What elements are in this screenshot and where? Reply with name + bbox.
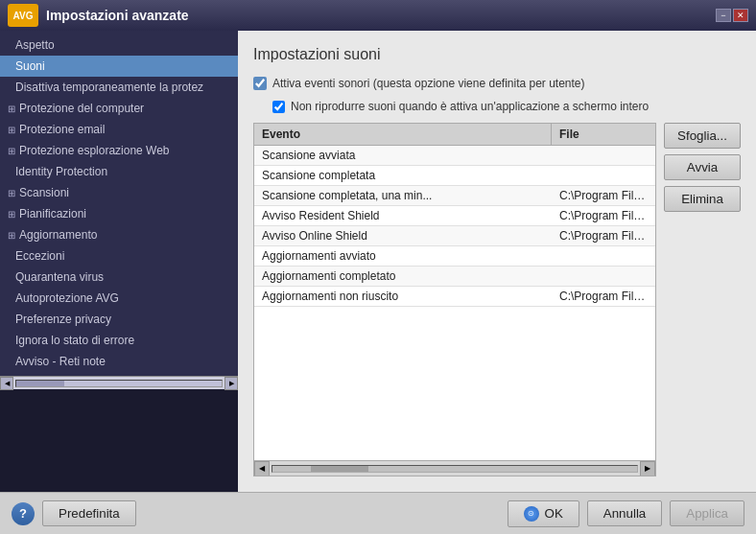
sidebar-wrapper: AspettoSuoniDisattiva temporaneamente la…	[0, 31, 238, 492]
bottom-bar: ? Predefinita ⊙ OK Annulla Applica	[0, 492, 756, 534]
table-row[interactable]: Aggiornamenti completato	[254, 267, 655, 287]
checkbox-label-2: Non riprodurre suoni quando è attiva un'…	[291, 100, 649, 113]
cell-evento-2: Scansione completata, una min...	[254, 186, 552, 205]
sidebar-label-protezione-computer: Protezione del computer	[19, 102, 144, 115]
sidebar-label-aspetto: Aspetto	[15, 38, 55, 52]
cell-evento-1: Scansione completata	[254, 166, 552, 185]
elimina-button[interactable]: Elimina	[664, 186, 741, 212]
title-bar-controls: − ✕	[716, 9, 748, 22]
cell-evento-4: Avviso Online Shield	[254, 226, 552, 245]
sfoglia-button[interactable]: Sfoglia...	[664, 123, 741, 149]
table-row[interactable]: Avviso Online ShieldC:\Program Files\AVG…	[254, 226, 655, 246]
hscroll-track[interactable]	[272, 465, 638, 473]
cell-file-6	[552, 267, 655, 286]
action-buttons: Sfoglia... Avvia Elimina	[664, 123, 741, 476]
table-row[interactable]: Aggiornamenti avviato	[254, 246, 655, 267]
checkbox-fullscreen[interactable]	[272, 101, 285, 113]
checkbox-sound-events[interactable]	[253, 77, 267, 90]
sidebar-item-avviso-reti[interactable]: Avviso - Reti note	[0, 351, 238, 372]
cell-file-2: C:\Program Files\AVG\Av\S	[552, 186, 655, 205]
table-row[interactable]: Avviso Resident ShieldC:\Program Files\A…	[254, 206, 655, 226]
sidebar-scrollbar[interactable]: ◀ ▶	[0, 376, 238, 389]
col-evento: Evento	[254, 124, 552, 145]
expand-icon-aggiornamento: ⊞	[8, 230, 15, 241]
title-bar: AVG Impostazioni avanzate − ✕	[0, 0, 756, 31]
avvia-button[interactable]: Avvia	[664, 154, 741, 180]
expand-icon-protezione-web: ⊞	[8, 146, 15, 156]
sidebar-item-ignora-stato[interactable]: Ignora lo stato di errore	[0, 330, 238, 351]
cell-evento-7: Aggiornamenti non riuscito	[254, 287, 552, 306]
sidebar-item-autoprotezione[interactable]: Autoprotezione AVG	[0, 288, 238, 309]
sidebar-item-protezione-computer[interactable]: ⊞Protezione del computer	[0, 98, 238, 119]
cell-evento-6: Aggiornamenti completato	[254, 267, 552, 286]
hscroll-right-btn[interactable]: ▶	[640, 461, 655, 476]
close-button[interactable]: ✕	[733, 9, 748, 22]
ok-button[interactable]: ⊙ OK	[508, 500, 579, 527]
main-content: AspettoSuoniDisattiva temporaneamente la…	[0, 31, 756, 492]
cell-evento-5: Aggiornamenti avviato	[254, 246, 552, 266]
checkbox-label-1: Attiva eventi sonori (questa opzione vie…	[272, 77, 585, 90]
right-panel: Impostazioni suoni Attiva eventi sonori …	[238, 31, 756, 492]
sidebar-item-eccezioni[interactable]: Eccezioni	[0, 245, 238, 267]
table-hscrollbar[interactable]: ◀ ▶	[254, 460, 655, 476]
hscroll-left-btn[interactable]: ◀	[254, 461, 270, 476]
sidebar: AspettoSuoniDisattiva temporaneamente la…	[0, 31, 238, 376]
table-row[interactable]: Scansione completata	[254, 166, 655, 186]
expand-icon-scansioni: ⊞	[8, 188, 15, 198]
minimize-button[interactable]: −	[716, 9, 731, 22]
table-with-buttons: Evento File Scansione avviataScansione c…	[253, 123, 741, 476]
avg-logo: AVG	[8, 4, 38, 27]
ok-label: OK	[545, 506, 563, 521]
help-button[interactable]: ?	[12, 502, 35, 525]
sidebar-item-aspetto[interactable]: Aspetto	[0, 35, 238, 56]
sidebar-item-scansioni[interactable]: ⊞Scansioni	[0, 182, 238, 203]
sidebar-scroll-right[interactable]: ▶	[224, 377, 238, 390]
applica-button[interactable]: Applica	[670, 500, 744, 526]
sidebar-item-suoni[interactable]: Suoni	[0, 56, 238, 77]
sidebar-label-protezione-email: Protezione email	[19, 123, 105, 136]
cell-evento-3: Avviso Resident Shield	[254, 206, 552, 225]
cell-file-1	[552, 166, 655, 185]
expand-icon-pianificazioni: ⊞	[8, 209, 15, 220]
sidebar-item-quarantena[interactable]: Quarantena virus	[0, 267, 238, 288]
sidebar-scroll-left[interactable]: ◀	[0, 377, 13, 390]
sidebar-item-aggiornamento[interactable]: ⊞Aggiornamento	[0, 224, 238, 245]
table-row[interactable]: Aggiornamenti non riuscitoC:\Program Fil…	[254, 287, 655, 307]
sidebar-label-avviso-reti: Avviso - Reti note	[15, 355, 106, 368]
cell-evento-0: Scansione avviata	[254, 146, 552, 165]
checkbox-row-2: Non riprodurre suoni quando è attiva un'…	[272, 100, 741, 113]
table-row[interactable]: Scansione completata, una min...C:\Progr…	[254, 186, 655, 206]
table-body: Scansione avviataScansione completataSca…	[254, 146, 655, 460]
expand-icon-protezione-email: ⊞	[8, 125, 15, 135]
cell-file-3: C:\Program Files\AVG\Av\S	[552, 206, 655, 225]
cell-file-7: C:\Program Files\AVG\Av\S	[552, 287, 655, 306]
sidebar-label-scansioni: Scansioni	[19, 186, 69, 199]
table-row[interactable]: Scansione avviata	[254, 146, 655, 166]
sidebar-item-pianificazioni[interactable]: ⊞Pianificazioni	[0, 203, 238, 224]
sound-table: Evento File Scansione avviataScansione c…	[253, 123, 656, 476]
panel-title: Impostazioni suoni	[253, 46, 741, 63]
ok-icon: ⊙	[524, 506, 539, 522]
sidebar-item-disattiva[interactable]: Disattiva temporaneamente la protez	[0, 77, 238, 98]
sidebar-label-eccezioni: Eccezioni	[15, 249, 64, 263]
sidebar-item-preferenze-privacy[interactable]: Preferenze privacy	[0, 309, 238, 330]
cell-file-4: C:\Program Files\AVG\Av\S	[552, 226, 655, 245]
sidebar-label-preferenze-privacy: Preferenze privacy	[15, 313, 111, 326]
annulla-button[interactable]: Annulla	[587, 500, 662, 526]
sidebar-label-aggiornamento: Aggiornamento	[19, 228, 97, 242]
sidebar-item-protezione-email[interactable]: ⊞Protezione email	[0, 119, 238, 140]
predefinita-button[interactable]: Predefinita	[42, 500, 136, 526]
expand-icon-protezione-computer: ⊞	[8, 104, 15, 114]
checkbox-row-1: Attiva eventi sonori (questa opzione vie…	[253, 77, 741, 90]
sidebar-label-disattiva: Disattiva temporaneamente la protez	[15, 81, 203, 94]
sidebar-label-autoprotezione: Autoprotezione AVG	[15, 291, 119, 305]
sidebar-label-protezione-web: Protezione esplorazione Web	[19, 144, 170, 157]
sidebar-label-ignora-stato: Ignora lo stato di errore	[15, 334, 134, 347]
sidebar-scroll-thumb	[16, 381, 64, 386]
sidebar-item-identity-protection[interactable]: Identity Protection	[0, 161, 238, 182]
sidebar-item-protezione-web[interactable]: ⊞Protezione esplorazione Web	[0, 140, 238, 161]
sidebar-label-suoni: Suoni	[15, 59, 45, 73]
sidebar-scroll-track[interactable]	[15, 380, 223, 387]
title-bar-left: AVG Impostazioni avanzate	[8, 4, 189, 27]
col-file: File	[552, 124, 655, 145]
